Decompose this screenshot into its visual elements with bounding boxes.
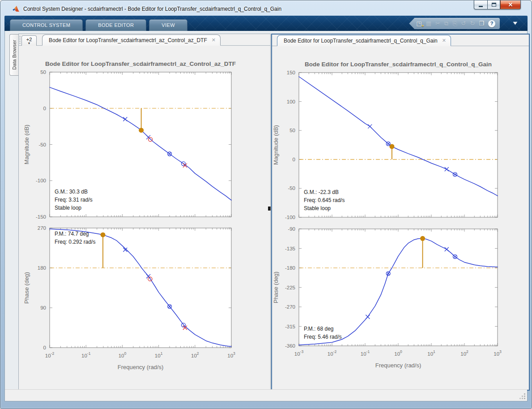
resize-grip[interactable] [519, 393, 525, 399]
svg-text:-135: -135 [285, 246, 295, 251]
svg-text:101: 101 [155, 351, 163, 358]
tab-bar-right: Bode Editor for LoopTransfer_scdairframe… [272, 34, 529, 46]
svg-text:-50: -50 [38, 142, 46, 147]
save-icon[interactable]: ▦ [426, 21, 431, 26]
ribbon: CONTROL SYSTEM BODE EDITOR VIEW ◳+ ▦ ✂ ⧉… [4, 16, 528, 31]
svg-text:-225: -225 [285, 285, 295, 290]
svg-text:-90: -90 [288, 226, 295, 232]
svg-text:100: 100 [119, 351, 127, 358]
help-icon[interactable]: ? [488, 20, 495, 27]
tab-overflow-button[interactable]: +2 ▼ [21, 35, 37, 46]
doc-tab-bode-az[interactable]: Bode Editor for LoopTransfer_scdairframe… [42, 34, 221, 46]
svg-text:Frequency (rad/s): Frequency (rad/s) [118, 364, 164, 370]
document-panel-left: +2 ▼ Bode Editor for LoopTransfer_scdair… [18, 34, 271, 391]
doc-tab-bode-q[interactable]: Bode Editor for LoopTransfer_scdairframe… [277, 35, 451, 46]
maximize-icon [492, 3, 496, 7]
svg-text:-150: -150 [36, 214, 46, 220]
doc-tab-label: Bode Editor for LoopTransfer_scdairframe… [284, 38, 438, 44]
bode-figure-right[interactable]: Bode Editor for LoopTransfer_scdairframe… [272, 47, 529, 390]
main-area: Data Browser +2 ▼ Bode Editor for LoopTr… [4, 31, 528, 401]
svg-text:0: 0 [43, 345, 46, 350]
svg-text:Bode Editor for LoopTransfer_s: Bode Editor for LoopTransfer_scdairframe… [45, 60, 236, 67]
close-icon[interactable]: ✕ [212, 37, 216, 43]
svg-text:101: 101 [427, 349, 435, 357]
svg-text:90: 90 [40, 305, 46, 310]
document-panel-right: Bode Editor for LoopTransfer_scdairframe… [271, 34, 530, 391]
svg-text:10-2: 10-2 [45, 351, 55, 358]
window-controls: ✕ [474, 0, 521, 9]
window-layout-icon[interactable]: ❐ [479, 21, 484, 26]
bode-left-svg: Bode Editor for LoopTransfer_scdairframe… [19, 46, 269, 387]
svg-text:10-2: 10-2 [328, 349, 337, 357]
svg-text:G.M.: 30.3 dB: G.M.: 30.3 dB [55, 189, 88, 195]
ribbon-tab-strip: CONTROL SYSTEM BODE EDITOR VIEW [10, 19, 187, 31]
tab-control-system[interactable]: CONTROL SYSTEM [10, 19, 83, 31]
svg-text:-315: -315 [285, 324, 295, 329]
svg-text:Phase (deg): Phase (deg) [272, 271, 279, 303]
svg-text:180: 180 [38, 265, 46, 271]
svg-text:-100: -100 [285, 215, 295, 220]
svg-text:0: 0 [293, 157, 295, 162]
tab-bode-editor[interactable]: BODE EDITOR [85, 19, 146, 31]
close-icon[interactable]: ✕ [442, 38, 446, 43]
tab-bar-left: +2 ▼ Bode Editor for LoopTransfer_scdair… [19, 34, 270, 46]
svg-text:-270: -270 [285, 304, 295, 310]
svg-text:10-1: 10-1 [81, 351, 91, 358]
svg-text:Magnitude (dB): Magnitude (dB) [23, 125, 30, 164]
svg-text:Freq: 0.292 rad/s: Freq: 0.292 rad/s [55, 239, 95, 245]
matlab-logo-icon [12, 5, 20, 13]
ribbon-collapse-icon[interactable]: ▼ [511, 20, 519, 26]
svg-text:-100: -100 [36, 178, 46, 183]
data-browser-label: Data Browser [12, 40, 17, 70]
svg-text:Freq: 5.46 rad/s: Freq: 5.46 rad/s [304, 334, 342, 340]
svg-text:10-3: 10-3 [294, 349, 304, 357]
svg-text:P.M.: 74.7 deg: P.M.: 74.7 deg [55, 231, 89, 237]
svg-text:-180: -180 [285, 265, 295, 271]
redo-icon[interactable]: ↻ [470, 21, 475, 26]
app-window: Control System Designer - scdairframectr… [0, 0, 532, 409]
svg-text:100: 100 [394, 349, 402, 357]
tab-drag-handle[interactable] [19, 36, 21, 45]
svg-text:0: 0 [43, 106, 46, 111]
panel-splitter-handle[interactable] [268, 207, 271, 211]
svg-text:150: 150 [287, 70, 295, 75]
svg-text:G.M.: -22.3 dB: G.M.: -22.3 dB [304, 189, 339, 195]
chevron-down-icon: ▼ [28, 42, 31, 45]
tab-view[interactable]: VIEW [149, 19, 187, 31]
minimize-button[interactable] [474, 0, 487, 9]
svg-text:Frequency (rad/s): Frequency (rad/s) [375, 362, 421, 369]
minimize-icon [479, 6, 483, 7]
svg-text:100: 100 [287, 99, 295, 104]
svg-text:Bode Editor for LoopTransfer_s: Bode Editor for LoopTransfer_scdairframe… [305, 61, 492, 68]
svg-text:103: 103 [494, 349, 502, 357]
svg-text:102: 102 [191, 351, 199, 358]
doc-tab-label: Bode Editor for LoopTransfer_scdairframe… [49, 37, 207, 43]
quick-access-toolbar: ◳+ ▦ ✂ ⧉ ⎘ ↺ ↻ ❐ ? [409, 18, 500, 29]
title-bar: Control System Designer - scdairframectr… [5, 2, 527, 16]
svg-text:P.M.: 68 deg: P.M.: 68 deg [304, 326, 334, 332]
status-bar [5, 389, 527, 401]
close-button[interactable]: ✕ [500, 0, 521, 9]
svg-text:103: 103 [227, 351, 235, 358]
undo-icon[interactable]: ↺ [461, 21, 466, 26]
svg-text:Freq: 0.645 rad/s: Freq: 0.645 rad/s [304, 197, 345, 203]
cut-icon[interactable]: ✂ [435, 21, 440, 26]
copy-icon[interactable]: ⧉ [444, 21, 448, 26]
svg-text:Magnitude (dB): Magnitude (dB) [272, 125, 279, 165]
paste-icon[interactable]: ⎘ [452, 21, 457, 26]
bode-right-svg: Bode Editor for LoopTransfer_scdairframe… [272, 47, 527, 388]
svg-text:10-1: 10-1 [361, 349, 370, 357]
svg-text:Stable loop: Stable loop [304, 205, 331, 211]
svg-text:270: 270 [38, 225, 46, 231]
svg-text:50: 50 [40, 69, 46, 75]
bode-figure-left[interactable]: Bode Editor for LoopTransfer_scdairframe… [19, 46, 270, 390]
svg-text:-50: -50 [288, 185, 295, 191]
window-title: Control System Designer - scdairframectr… [23, 6, 281, 12]
svg-text:Stable loop: Stable loop [55, 205, 81, 211]
maximize-button[interactable] [487, 0, 500, 9]
svg-text:Phase (deg): Phase (deg) [23, 272, 30, 304]
data-browser-tab[interactable]: Data Browser [9, 34, 18, 76]
new-document-icon[interactable]: ◳+ [416, 21, 421, 26]
svg-text:Freq: 3.31 rad/s: Freq: 3.31 rad/s [55, 197, 93, 203]
svg-text:102: 102 [460, 349, 468, 357]
